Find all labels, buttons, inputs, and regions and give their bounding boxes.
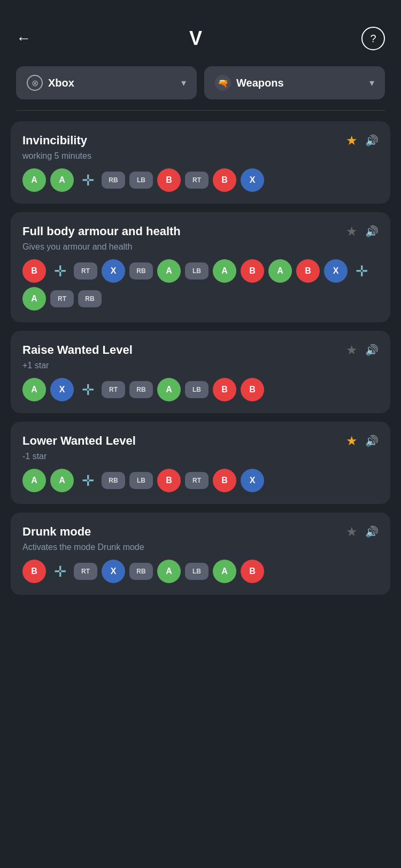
help-icon: ? bbox=[370, 33, 376, 45]
filter-bar: ⊗ Xbox ▾ 🔫 Weapons ▾ bbox=[0, 61, 401, 110]
button-rt: RT bbox=[50, 290, 74, 307]
cheat-subtitle: working 5 minutes bbox=[22, 151, 379, 161]
button-rb: RB bbox=[78, 290, 102, 307]
button-b: B bbox=[213, 469, 236, 492]
cheat-card: Lower Wanted Level★🔊-1 starAA✛RBLBBRTBX bbox=[11, 422, 390, 504]
cheat-subtitle: Activates the mode Drunk mode bbox=[22, 542, 379, 552]
button-rt: RT bbox=[185, 472, 209, 489]
card-actions: ★🔊 bbox=[346, 524, 379, 539]
cheat-card: Full body armour and health★🔊Gives you a… bbox=[11, 212, 390, 322]
star-button[interactable]: ★ bbox=[346, 343, 358, 358]
button-b: B bbox=[157, 168, 181, 192]
cheat-title: Invincibility bbox=[22, 134, 87, 148]
button-sequence: B✛RTXRBALBABABX✛ARTRB bbox=[22, 259, 379, 311]
card-actions: ★🔊 bbox=[346, 343, 379, 358]
cheat-subtitle: Gives you armour and health bbox=[22, 242, 379, 252]
cheat-title: Full body armour and health bbox=[22, 224, 181, 238]
button-x: X bbox=[324, 259, 348, 283]
card-actions: ★🔊 bbox=[346, 433, 379, 448]
star-button[interactable]: ★ bbox=[346, 133, 358, 148]
button-x: X bbox=[102, 560, 125, 583]
button-b: B bbox=[157, 469, 181, 492]
button-rt: RT bbox=[102, 381, 125, 398]
button-a: A bbox=[157, 259, 181, 283]
page-title: V bbox=[189, 27, 203, 50]
button-b: B bbox=[22, 560, 46, 583]
star-button[interactable]: ★ bbox=[346, 433, 358, 448]
button-dpad-down: ✛ bbox=[50, 259, 70, 283]
cheat-card: Invincibility★🔊working 5 minutesAA✛RBLBB… bbox=[11, 121, 390, 204]
star-button[interactable]: ★ bbox=[346, 224, 358, 239]
button-rb: RB bbox=[129, 563, 153, 580]
sound-button[interactable]: 🔊 bbox=[365, 525, 379, 538]
button-lb: LB bbox=[185, 563, 209, 580]
button-sequence: AA✛RBLBBRTBX bbox=[22, 469, 379, 492]
sound-button[interactable]: 🔊 bbox=[365, 225, 379, 238]
button-dpad-down: ✛ bbox=[50, 560, 70, 583]
button-b: B bbox=[241, 560, 264, 583]
button-b: B bbox=[22, 259, 46, 283]
button-lb: LB bbox=[129, 472, 153, 489]
cheat-subtitle: -1 star bbox=[22, 452, 379, 461]
button-b: B bbox=[241, 259, 264, 283]
button-x: X bbox=[241, 168, 264, 192]
cheat-card: Drunk mode★🔊Activates the mode Drunk mod… bbox=[11, 513, 390, 595]
platform-chevron: ▾ bbox=[181, 77, 186, 89]
button-a: A bbox=[157, 560, 181, 583]
button-lb: LB bbox=[185, 381, 209, 398]
cheat-subtitle: +1 star bbox=[22, 361, 379, 370]
button-sequence: AX✛RTRBALBBB bbox=[22, 378, 379, 401]
gun-icon: 🔫 bbox=[215, 75, 231, 91]
sound-button[interactable]: 🔊 bbox=[365, 435, 379, 447]
button-a: A bbox=[22, 469, 46, 492]
button-rb: RB bbox=[129, 381, 153, 398]
cheat-title: Raise Wanted Level bbox=[22, 343, 133, 357]
button-sequence: B✛RTXRBALBAB bbox=[22, 560, 379, 583]
button-a: A bbox=[50, 168, 74, 192]
button-x: X bbox=[241, 469, 264, 492]
app-header: ← V ? bbox=[0, 0, 401, 61]
platform-label: Xbox bbox=[48, 77, 74, 89]
button-dpad-down: ✛ bbox=[78, 378, 97, 401]
button-b: B bbox=[213, 168, 236, 192]
button-x: X bbox=[102, 259, 125, 283]
button-rb: RB bbox=[102, 172, 125, 189]
cheat-list: Invincibility★🔊working 5 minutesAA✛RBLBB… bbox=[0, 121, 401, 616]
button-rt: RT bbox=[185, 172, 209, 189]
sound-button[interactable]: 🔊 bbox=[365, 344, 379, 356]
button-a: A bbox=[22, 378, 46, 401]
star-button[interactable]: ★ bbox=[346, 524, 358, 539]
category-filter[interactable]: 🔫 Weapons ▾ bbox=[204, 66, 385, 99]
category-label: Weapons bbox=[236, 77, 284, 89]
button-rt: RT bbox=[74, 262, 97, 280]
button-dpad-down: ✛ bbox=[78, 469, 97, 492]
button-rb: RB bbox=[102, 472, 125, 489]
card-header: Full body armour and health★🔊 bbox=[22, 224, 379, 239]
card-header: Lower Wanted Level★🔊 bbox=[22, 433, 379, 448]
divider bbox=[16, 110, 385, 111]
button-dpad-down: ✛ bbox=[352, 259, 371, 283]
back-button[interactable]: ← bbox=[16, 30, 31, 47]
card-header: Drunk mode★🔊 bbox=[22, 524, 379, 539]
cheat-title: Lower Wanted Level bbox=[22, 434, 136, 448]
button-b: B bbox=[296, 259, 320, 283]
button-a: A bbox=[22, 287, 46, 311]
card-actions: ★🔊 bbox=[346, 224, 379, 239]
button-a: A bbox=[213, 259, 236, 283]
button-b: B bbox=[213, 378, 236, 401]
button-rt: RT bbox=[74, 563, 97, 580]
help-button[interactable]: ? bbox=[361, 27, 385, 50]
button-sequence: AA✛RBLBBRTBX bbox=[22, 168, 379, 192]
xbox-icon: ⊗ bbox=[27, 75, 43, 91]
button-dpad-down: ✛ bbox=[78, 168, 97, 192]
sound-button[interactable]: 🔊 bbox=[365, 134, 379, 147]
button-a: A bbox=[213, 560, 236, 583]
button-a: A bbox=[22, 168, 46, 192]
cheat-card: Raise Wanted Level★🔊+1 starAX✛RTRBALBBB bbox=[11, 331, 390, 413]
button-lb: LB bbox=[185, 262, 209, 280]
platform-filter[interactable]: ⊗ Xbox ▾ bbox=[16, 66, 197, 99]
button-x: X bbox=[50, 378, 74, 401]
button-a: A bbox=[157, 378, 181, 401]
card-header: Invincibility★🔊 bbox=[22, 133, 379, 148]
button-a: A bbox=[50, 469, 74, 492]
